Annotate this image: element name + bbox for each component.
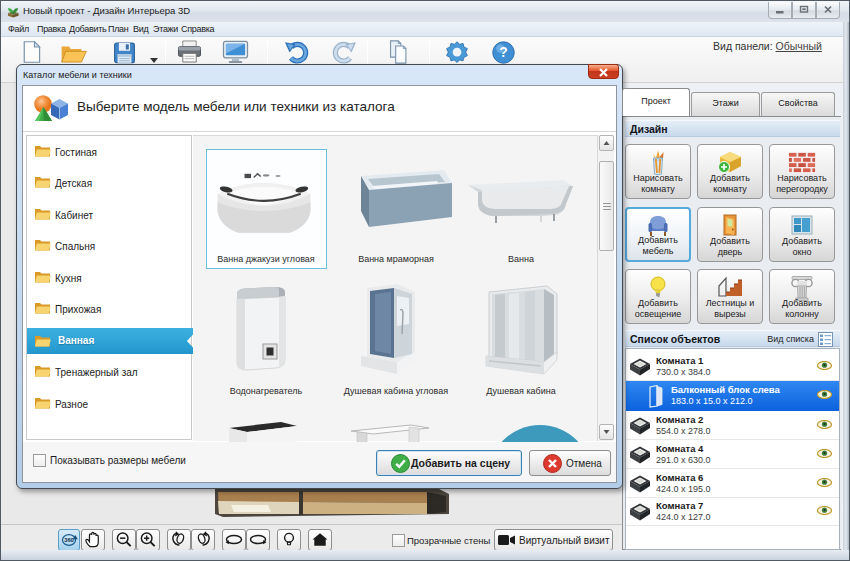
svg-text:360: 360 (64, 537, 74, 543)
svg-text:?: ? (499, 45, 507, 60)
